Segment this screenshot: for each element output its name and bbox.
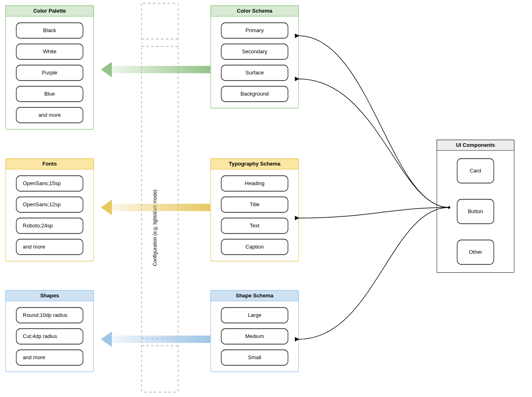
shapes-panel-title: Shapes [40,292,59,299]
fonts-panel-item-label: OpenSans;15sp [23,180,61,186]
shape-schema-panel-item-label: Medium [245,333,264,339]
color-schema-panel-item: Primary [221,23,288,38]
conn-button-to-primary [299,36,449,207]
color-palette-panel-item: and more [16,107,83,123]
fonts-panel-item-label: and more [23,244,45,250]
configuration-box: Configuration (e.g. light/dark mode) [142,3,178,392]
shapes-panel-item-label: Cut;4dp radius [23,333,57,339]
shape-schema-panel-item: Large [221,308,288,323]
color-palette-panel-title: Color Palette [33,8,66,14]
color-schema-panel-item-label: Secondary [242,48,268,55]
shape-schema-panel-item: Small [221,350,288,365]
typography-schema-panel-item: Title [221,197,288,212]
ui-components-panel-button: Button [457,199,494,224]
color-palette-panel-item-label: White [43,48,56,55]
color-palette-panel-item-label: Purple [42,70,57,76]
color-schema-panel-item-label: Background [240,91,268,97]
svg-rect-9 [112,204,210,211]
svg-marker-8 [101,62,112,77]
color-schema-panel-item: Secondary [221,44,288,59]
shapes-panel-item: Cut;4dp radius [16,329,83,344]
fonts-panel: FontsOpenSans;15spOpenSans;12spRoboto;24… [6,159,94,261]
fonts-panel-item-label: OpenSans;12sp [23,201,61,207]
color-schema-panel-item-label: Surface [246,70,264,76]
ui-components-panel: UI ComponentsCardButtonOther [437,140,514,273]
ui-components-panel-title: UI Components [456,142,495,148]
shapes-panel-item: Round;10dp radius [16,308,83,323]
configuration-label: Configuration (e.g. light/dark mode) [152,190,158,266]
svg-marker-12 [101,332,112,347]
color-palette-panel-item-label: Blue [44,91,55,97]
color-schema-panel-item-label: Primary [246,27,264,33]
fonts-panel-item: and more [16,239,83,255]
arrow-colorschema-to-palette [101,62,210,77]
typography-schema-panel-item: Caption [221,239,288,255]
shape-schema-panel-item-label: Small [248,354,262,360]
color-palette-panel-item: Purple [16,65,83,81]
typography-schema-panel-title: Typography Schema [229,161,281,167]
color-palette-panel-item-label: Black [43,27,56,33]
typography-schema-panel-item: Text [221,218,288,233]
color-palette-panel-item-label: and more [39,112,61,118]
fonts-panel-item: OpenSans;15sp [16,176,83,191]
color-palette-panel: Color PaletteBlackWhitePurpleBlueand mor… [6,6,94,129]
svg-rect-0 [142,3,178,392]
typography-schema-panel: Typography SchemaHeadingTitleTextCaption [211,159,299,261]
typography-schema-panel-item-label: Heading [245,180,264,186]
fonts-panel-item-label: Roboto;24sp [23,222,53,229]
shapes-panel-item: and more [16,350,83,365]
shapes-panel-item-label: and more [23,354,45,360]
typography-schema-panel-item-label: Title [250,201,259,207]
svg-marker-10 [101,200,112,215]
ui-components-panel-item-label: Button [468,208,483,214]
design-system-diagram: Configuration (e.g. light/dark mode) Col… [0,0,532,397]
color-schema-panel-title: Color Schema [237,8,273,14]
color-palette-panel-item: White [16,44,83,59]
shapes-panel: ShapesRound;10dp radiusCut;4dp radiusand… [6,290,94,372]
typography-schema-panel-item-label: Text [250,222,259,229]
shapes-panel-item-label: Round;10dp radius [23,312,68,318]
typography-schema-panel-item-label: Caption [246,244,264,250]
fonts-panel-item: Roboto;24sp [16,218,83,233]
typography-schema-panel-item: Heading [221,176,288,191]
shape-schema-panel-item: Medium [221,329,288,344]
shape-schema-panel: Shape SchemaLargeMediumSmall [211,290,299,372]
shape-schema-panel-item-label: Large [248,312,261,318]
ui-components-panel-other: Other [457,240,494,264]
svg-rect-11 [112,336,210,343]
color-schema-panel-item: Surface [221,65,288,81]
color-schema-panel: Color SchemaPrimarySecondarySurfaceBackg… [211,6,299,108]
fonts-panel-item: OpenSans;12sp [16,197,83,212]
ui-components-panel-item-label: Card [470,168,481,174]
svg-rect-7 [112,66,210,73]
color-palette-panel-item: Black [16,23,83,38]
svg-rect-1 [142,39,178,46]
ui-components-panel-item-label: Other [469,249,482,255]
conn-button-to-surface [299,79,449,207]
color-schema-panel-item: Background [221,86,288,102]
conn-button-to-text [299,207,449,218]
shape-schema-panel-title: Shape Schema [236,292,274,299]
color-palette-panel-item: Blue [16,86,83,102]
fonts-panel-title: Fonts [42,161,57,167]
conn-button-to-medium [299,207,449,339]
ui-components-panel-card: Card [457,159,494,183]
